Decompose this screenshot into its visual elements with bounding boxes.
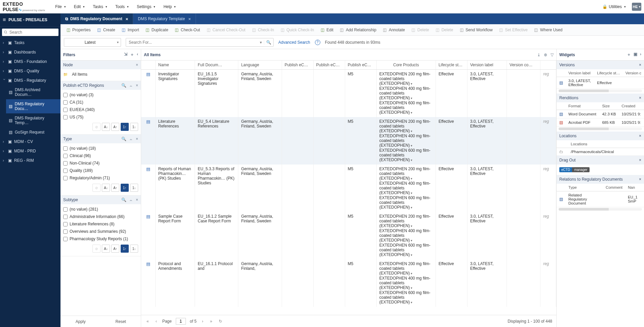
nav-item[interactable]: ▣DMS - Quality [0, 66, 61, 76]
next-page-icon[interactable]: › [201, 318, 205, 324]
close-icon[interactable]: × [639, 177, 641, 182]
column-header[interactable]: Version label [467, 61, 507, 70]
menu-tools[interactable]: Tools [112, 2, 132, 11]
utilities-menu[interactable]: 🔒 Utilities [599, 2, 629, 11]
add-filter-icon[interactable]: ＋ [130, 52, 134, 58]
filter-option[interactable]: Non-Clinical (74) [63, 159, 138, 167]
zoom-icon[interactable]: ⊕ [544, 52, 547, 57]
nav-item[interactable]: ▣DMS - Regulatory [0, 76, 61, 85]
menu-edit[interactable]: Edit [71, 2, 88, 11]
column-header[interactable]: Name [155, 61, 195, 70]
last-page-icon[interactable]: » [209, 318, 214, 324]
nav-item[interactable]: ▣REG - RIM [0, 156, 61, 165]
nav-item[interactable]: ▣MDM - PRD [0, 146, 61, 156]
menu-settings[interactable]: Settings [133, 2, 159, 11]
filter-option[interactable]: Pharmacology Study Reports (1) [63, 235, 138, 243]
sort-num-desc[interactable]: 1↓ [130, 184, 138, 192]
user-menu[interactable]: HE [632, 3, 641, 11]
filter-option[interactable]: Literature References (8) [63, 220, 138, 228]
table-row[interactable]: Word Document42.3 KB10/25/21 9: [557, 110, 644, 118]
tool-send-workflow[interactable]: ◫Send Workflow [456, 26, 495, 34]
tool-where-used[interactable]: ◫Where Used [531, 26, 565, 34]
sort-num-asc[interactable]: 1↑ [121, 184, 129, 192]
tool-duplicate[interactable]: ◫Duplicate [143, 26, 171, 34]
filter-option[interactable]: (no value) (3) [63, 91, 138, 99]
table-row[interactable]: Acrobat PDF685 KB10/25/21 9: [557, 118, 644, 127]
table-row[interactable]: Investigator SignaturesEU_16.1.5 Investi… [141, 70, 556, 117]
filter-checkbox[interactable] [63, 222, 68, 226]
first-page-icon[interactable]: « [145, 318, 150, 324]
sort-az-asc[interactable]: A↓ [102, 123, 110, 131]
tool-add-relationship[interactable]: ◫Add Relationship [337, 26, 379, 34]
filter-option[interactable]: Overviews and Summaries (92) [63, 228, 138, 235]
filter-checkbox[interactable] [63, 207, 68, 212]
filter-icon[interactable]: ▽ [551, 52, 554, 57]
collapse-icon[interactable]: ‹ [137, 52, 138, 58]
menu-file[interactable]: File [52, 2, 69, 11]
nav-item[interactable]: ▣Dashboards [0, 47, 61, 57]
product-item[interactable]: EXTEDOPHEN 200 mg film-coated tablets (E… [379, 261, 433, 276]
filter-option[interactable]: US (75) [63, 113, 138, 121]
product-item[interactable]: EXTEDOPHEN 200 mg film-coated tablets (E… [379, 72, 433, 86]
sort-num-asc[interactable]: 1↑ [121, 245, 129, 253]
node-all-items[interactable]: All Items [63, 71, 138, 78]
close-icon[interactable]: × [136, 137, 138, 141]
sort-num-asc[interactable]: 1↑ [121, 123, 129, 131]
search-for-input[interactable]: ▾ 🔍 [126, 38, 274, 47]
chevron-down-icon[interactable]: ▾ [258, 40, 264, 45]
table-row[interactable]: /Pharmaceuticals/Clinical [557, 148, 644, 156]
close-icon[interactable]: × [639, 96, 641, 100]
refresh-icon[interactable]: ↻ [217, 318, 224, 324]
filter-checkbox[interactable] [63, 237, 68, 241]
nav-subitem[interactable]: ▤DMS Archived Docum… [6, 85, 61, 99]
page-input[interactable] [176, 318, 186, 325]
table-row[interactable]: Literature ReferencesEU_5.4 Literature R… [141, 117, 556, 165]
table-row[interactable]: Reports of Human Pharmacokin… (PK) Studi… [141, 165, 556, 212]
sort-num-desc[interactable]: 1↓ [130, 245, 138, 253]
column-header[interactable]: Lifecycle st… [436, 61, 467, 70]
filter-tree-icon[interactable]: ⇲ [124, 52, 127, 58]
column-header[interactable]: Full Docum… [195, 61, 238, 70]
nav-item[interactable]: ▣DMS - Foundation [0, 57, 61, 66]
filter-option[interactable]: (no value) (281) [63, 206, 138, 213]
filter-checkbox[interactable] [63, 169, 68, 173]
column-header[interactable]: Language [238, 61, 282, 70]
view-dropdown[interactable]: Latest [64, 38, 121, 47]
filter-checkbox[interactable] [63, 100, 68, 105]
search-icon[interactable]: 🔍 [264, 40, 273, 45]
product-item[interactable]: EXTEDOPHEN 400 mg film-coated tablets (E… [379, 134, 433, 148]
menu-help[interactable]: Help [160, 2, 179, 11]
product-item[interactable]: EXTEDOPHEN 400 mg film-coated tablets (E… [379, 276, 433, 290]
tool-edit[interactable]: ◫Edit [317, 26, 336, 34]
help-icon[interactable]: ? [315, 40, 320, 45]
filter-option[interactable]: Regulatory/Admin (71) [63, 174, 138, 182]
prev-page-icon[interactable]: ‹ [154, 318, 158, 324]
search-icon[interactable]: 🔍 [121, 137, 126, 141]
table-row[interactable]: Related Regulatory DocumentEU_1 SmP [557, 191, 644, 207]
close-icon[interactable]: × [136, 63, 138, 67]
nav-subitem[interactable]: ▤DMS Regulatory Temp… [6, 113, 61, 128]
nav-subitem[interactable]: ▤GoSign Request [6, 128, 61, 137]
filter-checkbox[interactable] [63, 215, 68, 219]
product-item[interactable]: EXTEDOPHEN 200 mg film-coated tablets (E… [379, 214, 433, 228]
image-icon[interactable]: ▣ [634, 52, 637, 58]
filter-option[interactable]: (no value) (18) [63, 145, 138, 152]
tool-check-out[interactable]: ◫Check-Out [172, 26, 203, 34]
tab-dms-regulatory-document[interactable]: ⧉ DMS Regulatory Document [61, 13, 133, 24]
sort-az-desc[interactable]: A↑ [111, 245, 119, 253]
expand-icon[interactable]: › [640, 52, 641, 58]
filter-checkbox[interactable] [63, 176, 68, 180]
filter-option[interactable]: Clinical (96) [63, 152, 138, 159]
column-header[interactable]: Version co… [507, 61, 540, 70]
export-icon[interactable]: ⤓ [537, 52, 540, 57]
table-row[interactable]: Sample Case Report FormEU_16.1.2 Sample … [141, 212, 556, 259]
product-item[interactable]: EXTEDOPHEN 200 mg film-coated tablets (E… [379, 119, 433, 134]
nav-subitem[interactable]: ▤DMS Regulatory Docu… [6, 99, 61, 113]
sort-az-desc[interactable]: A↑ [111, 123, 119, 131]
product-item[interactable]: EXTEDOPHEN 200 mg film-coated tablets (E… [379, 167, 433, 181]
filter-checkbox[interactable] [63, 229, 68, 234]
tool-annotate[interactable]: ◫Annotate [380, 26, 408, 34]
nav-search-input[interactable] [2, 29, 58, 36]
sort-az-desc[interactable]: A↑ [111, 184, 119, 192]
close-icon[interactable]: × [639, 158, 641, 162]
